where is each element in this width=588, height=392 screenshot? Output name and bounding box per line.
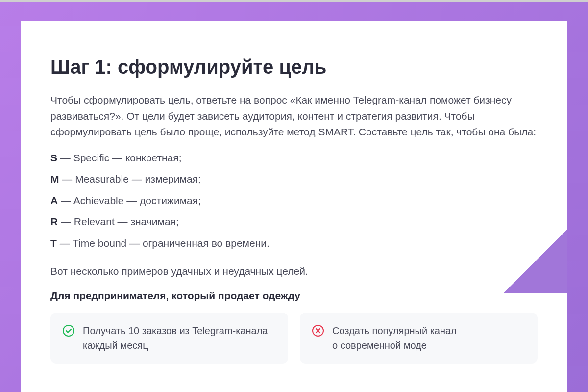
smart-item: R — Relevant — значимая; [50, 214, 538, 230]
examples-row: Получать 10 заказов из Telegram-канала к… [50, 313, 538, 364]
bad-example-text: Создать популярный канал о современной м… [332, 323, 526, 353]
smart-text: — Time bound — ограниченная во времени. [57, 237, 270, 249]
smart-letter: A [50, 195, 58, 206]
svg-point-0 [63, 325, 74, 336]
smart-list: S — Specific — конкретная; M — Measurabl… [50, 150, 538, 251]
content-card: Шаг 1: сформулируйте цель Чтобы сформули… [21, 21, 567, 392]
smart-item: S — Specific — конкретная; [50, 150, 538, 166]
smart-item: M — Measurable — измеримая; [50, 171, 538, 187]
smart-text: — Achievable — достижимая; [58, 195, 201, 206]
good-example-text: Получать 10 заказов из Telegram-канала к… [83, 323, 276, 353]
smart-item: T — Time bound — ограниченная во времени… [50, 235, 538, 251]
frame-border-top [0, 0, 588, 2]
corner-fold-decoration [503, 230, 567, 293]
smart-text: — Measurable — измеримая; [59, 173, 201, 184]
examples-intro: Вот несколько примеров удачных и неудачн… [50, 265, 538, 277]
checkmark-icon [62, 324, 75, 337]
smart-letter: M [50, 173, 59, 184]
smart-item: A — Achievable — достижимая; [50, 193, 538, 209]
good-example-box: Получать 10 заказов из Telegram-канала к… [50, 313, 288, 364]
smart-text: — Specific — конкретная; [57, 152, 182, 163]
smart-letter: S [50, 152, 57, 163]
smart-letter: R [50, 216, 58, 227]
smart-letter: T [50, 237, 57, 249]
smart-text: — Relevant — значимая; [58, 216, 179, 227]
bad-example-box: Создать популярный канал о современной м… [300, 313, 538, 364]
cross-icon [312, 324, 324, 337]
section-title: Для предпринимателя, который продает оде… [50, 290, 538, 302]
intro-paragraph: Чтобы сформулировать цель, ответьте на в… [50, 92, 538, 140]
page-heading: Шаг 1: сформулируйте цель [50, 55, 538, 78]
